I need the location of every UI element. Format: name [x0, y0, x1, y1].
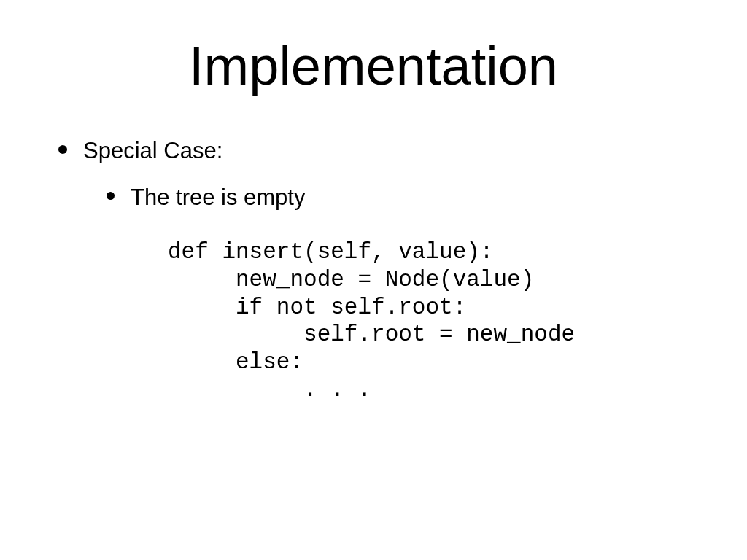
bullet-level-2-text: The tree is empty — [131, 184, 305, 211]
bullet-level-2: The tree is empty — [107, 184, 703, 211]
code-block: def insert(self, value): new_node = Node… — [168, 238, 703, 404]
bullet-level-1: Special Case: — [58, 138, 703, 164]
bullet-level-1-text: Special Case: — [83, 138, 222, 164]
bullet-dot-icon — [107, 192, 115, 200]
slide-body: Special Case: The tree is empty def inse… — [0, 138, 747, 404]
bullet-dot-icon — [58, 145, 67, 154]
slide-title: Implementation — [0, 35, 747, 97]
